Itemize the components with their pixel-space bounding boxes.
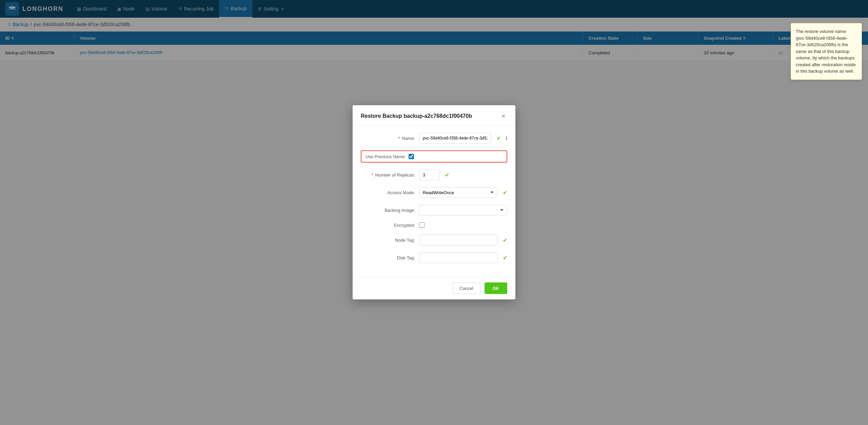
cancel-button[interactable]: Cancel: [452, 282, 480, 294]
access-mode-field-row: Access Mode: ReadWriteOnce ReadWriteMany…: [361, 187, 507, 198]
name-label: * Name:: [361, 136, 415, 141]
use-previous-name-checkbox[interactable]: [409, 154, 414, 159]
name-input[interactable]: [419, 133, 491, 144]
name-required-marker: *: [398, 136, 400, 141]
ok-button[interactable]: OK: [485, 282, 508, 294]
modal-overlay[interactable]: The restore volume name (pvc-59d40ce8-f3…: [0, 0, 868, 425]
encrypted-label: Encrypted:: [361, 223, 415, 228]
access-mode-valid-icon: ✔: [503, 189, 507, 196]
disk-tag-input[interactable]: [419, 252, 497, 263]
tooltip-box: The restore volume name (pvc-59d40ce8-f3…: [791, 23, 862, 80]
replicas-field-row: * Number of Replicas: ✔: [361, 169, 507, 180]
backing-image-label-text: Backing Image: [384, 208, 414, 213]
tooltip-text: The restore volume name (pvc-59d40ce8-f3…: [796, 29, 856, 74]
replicas-valid-icon: ✔: [445, 172, 449, 178]
encrypted-field-row: Encrypted:: [361, 222, 507, 228]
modal-close-button[interactable]: ✕: [499, 112, 507, 120]
node-tag-label: Node Tag:: [361, 238, 415, 243]
access-mode-label: Access Mode:: [361, 190, 415, 195]
use-previous-name-label: Use Previous Name:: [366, 154, 406, 159]
replicas-label: * Number of Replicas:: [361, 172, 415, 178]
use-previous-name-row: Use Previous Name:: [361, 150, 507, 163]
encrypted-label-text: Encrypted: [394, 223, 414, 228]
node-tag-label-text: Node Tag: [395, 238, 414, 243]
modal-title: Restore Backup backup-a2c768dc1f00470b: [361, 113, 472, 119]
access-mode-select[interactable]: ReadWriteOnce ReadWriteMany ReadOnlyMany: [419, 187, 497, 198]
replicas-label-text: Number of Replicas: [375, 172, 414, 178]
disk-tag-label-text: Disk Tag: [397, 255, 414, 260]
disk-tag-label: Disk Tag:: [361, 255, 415, 260]
disk-tag-field-row: Disk Tag: ✔: [361, 252, 507, 263]
access-mode-label-text: Access Mode: [387, 190, 414, 195]
replicas-required-marker: *: [372, 172, 373, 178]
name-valid-icon: ✔: [496, 135, 501, 142]
restore-backup-modal: Restore Backup backup-a2c768dc1f00470b ✕…: [353, 105, 515, 299]
node-tag-input[interactable]: [419, 235, 497, 245]
modal-footer: Cancel OK: [353, 277, 515, 299]
node-tag-field-row: Node Tag: ✔: [361, 235, 507, 245]
name-label-text: Name: [402, 136, 414, 141]
modal-header: Restore Backup backup-a2c768dc1f00470b ✕: [353, 105, 515, 126]
disk-tag-valid-icon: ✔: [503, 255, 507, 261]
name-info-icon[interactable]: ℹ: [506, 135, 507, 141]
node-tag-valid-icon: ✔: [503, 237, 507, 243]
encrypted-checkbox[interactable]: [419, 222, 425, 228]
replicas-input[interactable]: [419, 169, 439, 180]
backing-image-select[interactable]: [419, 205, 507, 216]
backing-image-label: Backing Image:: [361, 208, 415, 213]
backing-image-field-row: Backing Image:: [361, 205, 507, 216]
modal-body: * Name: ✔ ℹ Use Previous Name: * Number …: [353, 126, 515, 277]
name-field-row: * Name: ✔ ℹ: [361, 133, 507, 144]
